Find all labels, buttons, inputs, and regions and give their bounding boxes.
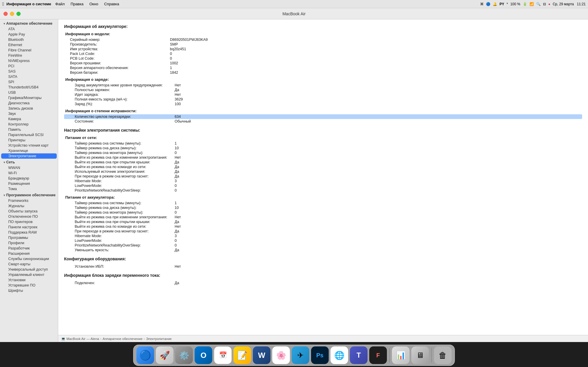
dock-calendar[interactable]: 📅 [214, 346, 232, 364]
sidebar-item-accessibility[interactable]: Универсальный доступ [0, 267, 58, 272]
info-row: Полностью заряжен:Да [64, 88, 582, 92]
sidebar-item-ata[interactable]: ATA [0, 26, 58, 32]
dock-word[interactable]: W [253, 346, 270, 364]
info-row: Hibernate Mode:3 [64, 179, 582, 183]
search-icon[interactable]: 🔍 [536, 2, 541, 6]
dock-trash[interactable]: 🗑 [434, 346, 452, 364]
sidebar-item-ethernet[interactable]: Ethernet [0, 42, 58, 48]
sidebar-item-controller[interactable]: Контроллер [0, 122, 58, 127]
sidebar-item-logs[interactable]: Журналы [0, 203, 58, 209]
menu-window[interactable]: Окно [86, 1, 101, 7]
apple-menu[interactable]:  [2, 1, 4, 7]
wifi-status-icon[interactable]: 📶 [529, 2, 534, 6]
sidebar-item-pci[interactable]: PCI [0, 63, 58, 69]
sidebar-item-profiles[interactable]: Профили [0, 240, 58, 246]
info-row: Таймер режима сна системы (минуты):1 [64, 201, 582, 205]
sidebar-item-volumes[interactable]: Тома [0, 186, 58, 192]
sidebar-item-camera[interactable]: Камера [0, 116, 58, 122]
content-area: ▾ Аппаратное обеспечение ATA Apple Pay B… [0, 19, 588, 342]
hardware-group-header[interactable]: ▾ Аппаратное обеспечение [0, 21, 58, 26]
maximize-button[interactable] [16, 12, 21, 16]
sidebar-item-nvmexpress[interactable]: NVMExpress [0, 58, 58, 63]
close-button[interactable] [4, 12, 8, 16]
sidebar-item-raw-support[interactable]: Поддержка RAW [0, 230, 58, 235]
sidebar-item-extensions[interactable]: Расширения [0, 251, 58, 256]
datetime: Ср, 29 марта 11:21 [553, 2, 586, 6]
sidebar-item-fibre-channel[interactable]: Fibre Channel [0, 48, 58, 53]
menu-edit[interactable]: Правка [68, 1, 86, 7]
sidebar-item-prefpanes[interactable]: Панели настроек [0, 224, 58, 230]
bluetooth-icon[interactable]: ⌘ [480, 2, 484, 6]
sidebar-item-graphics[interactable]: Графика/Мониторы [0, 95, 58, 100]
sidebar-item-card-reader[interactable]: Устройство чтения карт [0, 143, 58, 148]
sidebar-item-legacy-sw[interactable]: Устаревшее ПО [0, 283, 58, 288]
sidebar-item-sync-services[interactable]: Службы синхронизации [0, 256, 58, 262]
info-row: Таймер режима сна монитора (минуты):0 [64, 210, 582, 215]
sidebar-item-startup-items[interactable]: Объекты запуска [0, 209, 58, 214]
dock-figma[interactable]: F [369, 346, 387, 364]
menu-file[interactable]: Файл [52, 1, 68, 7]
sidebar-item-usb[interactable]: USB [0, 90, 58, 95]
dock-photoshop[interactable]: Ps [311, 346, 329, 364]
py-icon[interactable]: PY [500, 2, 504, 6]
sidebar-item-fonts[interactable]: Шрифты [0, 288, 58, 293]
minimize-button[interactable] [10, 12, 14, 16]
sidebar-item-parallel-scsi[interactable]: Параллельный SCSI [0, 132, 58, 138]
dock-system-prefs[interactable]: ⚙️ [175, 346, 193, 364]
dock-teams[interactable]: T [350, 346, 368, 364]
charge-section-title: Информация о заряде: [65, 77, 582, 82]
sidebar-item-printer-sw[interactable]: ПО принтеров [0, 219, 58, 224]
sidebar-item-smartcards[interactable]: Смарт-карты [0, 262, 58, 267]
health-section: Информация о степени исправности: Количе… [64, 109, 582, 124]
sidebar-item-wifi[interactable]: Wi-Fi [0, 170, 58, 176]
bluetooth-status-icon[interactable]: * [507, 2, 508, 6]
dock-launchpad[interactable]: 🚀 [156, 346, 173, 364]
sidebar-item-installs[interactable]: Установки [0, 277, 58, 283]
dock-container: 🔵 🚀 ⚙️ O 📅 📝 W 🌸 ✈ [0, 342, 588, 367]
dock-activity-monitor[interactable]: 📊 [392, 346, 410, 364]
dock-sysinfo[interactable]: 🖥 [411, 346, 429, 364]
info-row: Pack Lot Code:0 [64, 51, 582, 56]
battery-icon[interactable]: 🔋 [523, 2, 527, 6]
sidebar-item-sata[interactable]: SATA [0, 74, 58, 79]
power-battery-section: Питание от аккумулятора: Таймер режима с… [64, 195, 582, 252]
sidebar-item-locations[interactable]: Размещения [0, 181, 58, 186]
sidebar-item-thunderbolt[interactable]: Thunderbolt/USB4 [0, 85, 58, 90]
wifi-icon[interactable]: 🔵 [486, 2, 490, 6]
notification-icon[interactable]: 🔔 [493, 2, 497, 6]
dock-notes[interactable]: 📝 [233, 346, 251, 364]
sidebar-item-power[interactable]: Электропитание [1, 153, 57, 159]
dock-separator2 [431, 348, 432, 363]
software-group-header[interactable]: ▾ Программное обеспечение [0, 192, 58, 198]
sidebar-item-diagnostics[interactable]: Диагностика [0, 100, 58, 106]
sidebar-item-programs[interactable]: Программы [0, 235, 58, 240]
sidebar-item-disabled-sw[interactable]: Отключенное ПО [0, 214, 58, 219]
network-group-header[interactable]: ▾ Сеть [0, 159, 58, 165]
sidebar-item-wwan[interactable]: WWAN [0, 165, 58, 170]
dock-photos[interactable]: 🌸 [272, 346, 290, 364]
control-center-icon[interactable]: ⊟ [543, 2, 546, 6]
sidebar-item-managed-client[interactable]: Управляемый клиент [0, 272, 58, 277]
sidebar-item-bluetooth[interactable]: Bluetooth [0, 37, 58, 42]
sidebar-item-firewall[interactable]: Брандмауэр [0, 176, 58, 181]
dock-finder[interactable]: 🔵 [136, 346, 154, 364]
sidebar-item-printers[interactable]: Принтеры [0, 138, 58, 143]
sidebar-item-disk-recording[interactable]: Запись дисков [0, 106, 58, 111]
siri-icon[interactable]: ● [548, 2, 550, 6]
menu-help[interactable]: Справка [101, 1, 122, 7]
sidebar-item-developer[interactable]: Разработчик [0, 246, 58, 251]
sidebar-item-sas[interactable]: SAS [0, 69, 58, 74]
sidebar-item-memory[interactable]: Память [0, 127, 58, 132]
dock-outlook[interactable]: O [195, 346, 212, 364]
dock: 🔵 🚀 ⚙️ O 📅 📝 W 🌸 ✈ [133, 345, 455, 366]
dock-chrome[interactable]: 🌐 [330, 346, 348, 364]
sidebar-item-spi[interactable]: SPI [0, 79, 58, 85]
sidebar-item-apple-pay[interactable]: Apple Pay [0, 32, 58, 37]
sidebar-item-sound[interactable]: Звук [0, 111, 58, 116]
info-row: При переходе в режим сна монитор гаснет:… [64, 229, 582, 234]
sidebar-item-firewire[interactable]: FireWire [0, 53, 58, 58]
breadcrumb-mac-icon: 💻 [61, 337, 65, 341]
dock-telegram[interactable]: ✈ [292, 346, 309, 364]
sidebar-item-frameworks[interactable]: Frameworks [0, 198, 58, 203]
sidebar-item-storage[interactable]: Хранилище [0, 148, 58, 153]
